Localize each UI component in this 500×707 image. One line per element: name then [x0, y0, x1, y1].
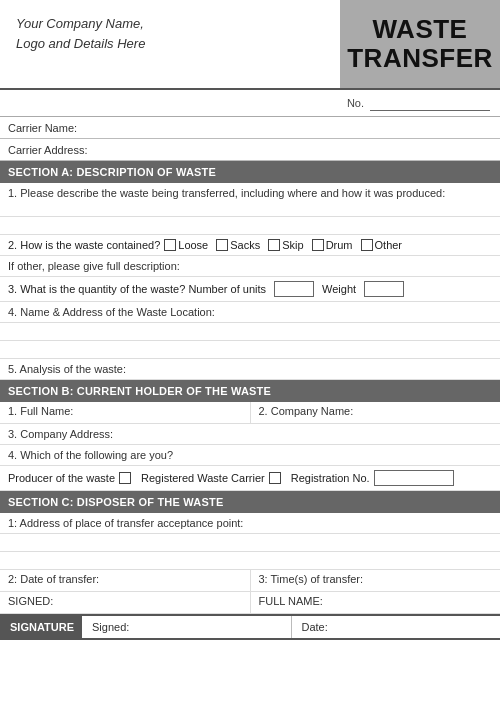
- section-b-producer-row: Producer of the waste Registered Waste C…: [0, 466, 500, 491]
- section-b-header: SECTION B: CURRENT HOLDER OF THE WASTE: [0, 380, 500, 402]
- carrier-address-input[interactable]: [87, 143, 492, 157]
- section-a-q4-space2: [0, 341, 500, 359]
- logo-line2: Logo and Details Here: [16, 34, 324, 54]
- section-a-q3: 3. What is the quantity of the waste? Nu…: [0, 277, 500, 302]
- no-label: No.: [347, 97, 364, 109]
- header: Your Company Name, Logo and Details Here…: [0, 0, 500, 90]
- cb-loose: Loose: [164, 239, 208, 251]
- sig-date[interactable]: Date:: [291, 616, 501, 638]
- section-c-signed-row: SIGNED: FULL NAME:: [0, 592, 500, 614]
- sig-signed[interactable]: Signed:: [80, 616, 291, 638]
- c-date: 2: Date of transfer:: [0, 570, 251, 591]
- c-time: 3: Time(s) of transfer:: [251, 570, 501, 591]
- cb-sacks-label: Sacks: [230, 239, 260, 251]
- q2-label: 2. How is the waste contained?: [8, 239, 160, 251]
- b-full-name: 1. Full Name:: [0, 402, 251, 423]
- company-logo: Your Company Name, Logo and Details Here: [0, 0, 340, 88]
- weight-label: Weight: [322, 283, 356, 295]
- section-c-q1: 1: Address of place of transfer acceptan…: [0, 513, 500, 534]
- signature-bar: SIGNATURE Signed: Date:: [0, 614, 500, 640]
- b-company-name: 2. Company Name:: [251, 402, 501, 423]
- cb-skip: Skip: [268, 239, 303, 251]
- section-c-header: SECTION C: DISPOSER OF THE WASTE: [0, 491, 500, 513]
- carrier-name-label: Carrier Name:: [8, 122, 77, 134]
- cb-drum-box[interactable]: [312, 239, 324, 251]
- no-row: No.: [0, 90, 500, 117]
- section-a-q4-space1: [0, 323, 500, 341]
- section-c-q1-space1: [0, 534, 500, 552]
- carrier-address-label: Carrier Address:: [8, 144, 87, 156]
- carrier-name-row: Carrier Name:: [0, 117, 500, 139]
- carrier-cb[interactable]: [269, 472, 281, 484]
- cb-loose-box[interactable]: [164, 239, 176, 251]
- section-c-date-time-row: 2: Date of transfer: 3: Time(s) of trans…: [0, 570, 500, 592]
- section-a-header: SECTION A: DESCRIPTION OF WASTE: [0, 161, 500, 183]
- section-a-q5: 5. Analysis of the waste:: [0, 359, 500, 380]
- page: Your Company Name, Logo and Details Here…: [0, 0, 500, 707]
- carrier-label: Registered Waste Carrier: [141, 472, 265, 484]
- carrier-address-row: Carrier Address:: [0, 139, 500, 161]
- section-a-q2: 2. How is the waste contained? Loose Sac…: [0, 235, 500, 256]
- q2-other-row: If other, please give full description:: [0, 256, 500, 277]
- cb-drum-label: Drum: [326, 239, 353, 251]
- q3-label: 3. What is the quantity of the waste? Nu…: [8, 283, 266, 295]
- section-a-q1: 1. Please describe the waste being trans…: [0, 183, 500, 217]
- cb-loose-label: Loose: [178, 239, 208, 251]
- cb-sacks-box[interactable]: [216, 239, 228, 251]
- page-title: WASTE TRANSFER: [347, 15, 493, 72]
- reg-label: Registration No.: [291, 472, 370, 484]
- cb-other-box[interactable]: [361, 239, 373, 251]
- cb-other-label: Other: [375, 239, 403, 251]
- cb-other: Other: [361, 239, 403, 251]
- section-a-q4: 4. Name & Address of the Waste Location:: [0, 302, 500, 323]
- producer-cb[interactable]: [119, 472, 131, 484]
- section-b-company-address: 3. Company Address:: [0, 424, 500, 445]
- c-full-name: FULL NAME:: [251, 592, 501, 613]
- section-a-q1-space: [0, 217, 500, 235]
- title-block: WASTE TRANSFER: [340, 0, 500, 88]
- reg-no-input[interactable]: [374, 470, 454, 486]
- cb-skip-box[interactable]: [268, 239, 280, 251]
- section-c-q1-space2: [0, 552, 500, 570]
- no-input[interactable]: [370, 95, 490, 111]
- units-input[interactable]: [274, 281, 314, 297]
- carrier-name-input[interactable]: [77, 121, 492, 135]
- cb-skip-label: Skip: [282, 239, 303, 251]
- logo-line1: Your Company Name,: [16, 14, 324, 34]
- section-b-q4-label: 4. Which of the following are you?: [0, 445, 500, 466]
- section-b-name-row: 1. Full Name: 2. Company Name:: [0, 402, 500, 424]
- producer-label: Producer of the waste: [8, 472, 115, 484]
- cb-drum: Drum: [312, 239, 353, 251]
- sig-bar-label: SIGNATURE: [0, 616, 80, 638]
- c-signed: SIGNED:: [0, 592, 251, 613]
- weight-input[interactable]: [364, 281, 404, 297]
- cb-sacks: Sacks: [216, 239, 260, 251]
